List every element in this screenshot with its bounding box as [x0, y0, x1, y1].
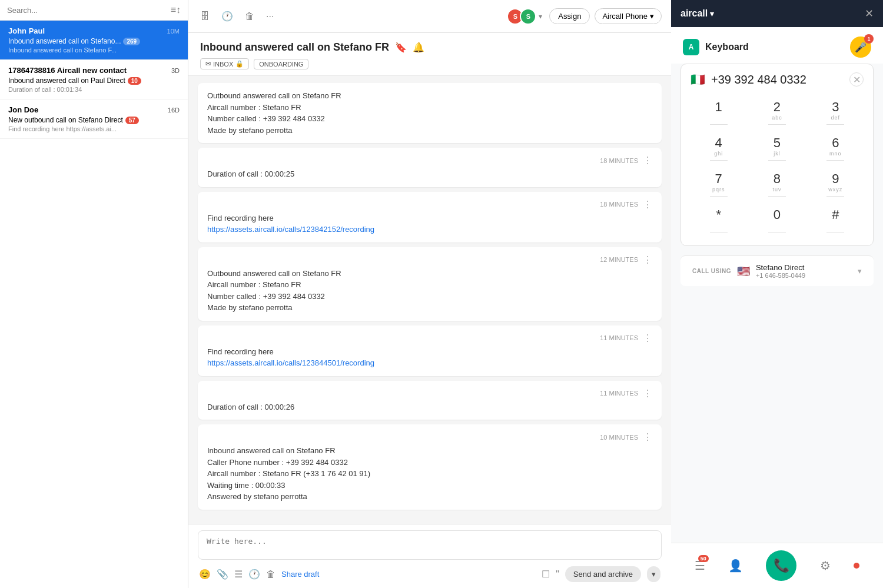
compose-toolbar: 😊 📎 ☰ 🕐 🗑 Share draft ☐ " Send and archi…	[198, 566, 662, 582]
conv-name: 17864738816 Aircall new contact	[8, 66, 127, 75]
message-time: 11 MINUTES	[600, 390, 638, 397]
dialpad-key-hash[interactable]: #	[808, 204, 864, 237]
message-content: Duration of call : 00:00:25	[207, 168, 652, 180]
recording-indicator	[854, 563, 859, 569]
dialpad: 1 2 abc 3 def 4 ghi	[691, 96, 864, 237]
call-using-label: CALL USING	[692, 268, 731, 274]
settings-icon[interactable]: ⚙	[820, 559, 831, 573]
main-toolbar: 🗄 🕐 🗑 ··· S S ▾ Assign Aircall Phone ▾	[188, 0, 671, 33]
aircall-footer: ☰ 50 👤 📞 ⚙	[671, 543, 883, 588]
dialpad-key-1[interactable]: 1	[691, 96, 746, 129]
aircall-title: aircall ▾	[680, 8, 714, 19]
message-content: Find recording here https://assets.airca…	[207, 346, 652, 369]
main-area: 🗄 🕐 🗑 ··· S S ▾ Assign Aircall Phone ▾ I…	[188, 0, 671, 588]
dialpad-key-3[interactable]: 3 def	[808, 96, 864, 129]
conversation-item[interactable]: John Paul 10M Inbound answered call on S…	[0, 21, 188, 60]
aircall-logo: A	[683, 39, 699, 55]
compose-input[interactable]	[198, 530, 662, 560]
keyboard-label: A Keyboard	[683, 39, 749, 55]
checkbox-icon[interactable]: ☐	[542, 569, 550, 580]
dialpad-key-4[interactable]: 4 ghi	[691, 132, 746, 165]
compose-area: 😊 📎 ☰ 🕐 🗑 Share draft ☐ " Send and archi…	[188, 524, 671, 588]
aircall-dropdown-icon: ▾	[650, 12, 654, 21]
aircall-close-button[interactable]: ✕	[865, 7, 874, 20]
mic-badge[interactable]: 🎤 1	[850, 36, 871, 58]
lock-icon: 🔒	[235, 60, 244, 68]
dialpad-key-7[interactable]: 7 pqrs	[691, 168, 746, 201]
message-time: 12 MINUTES	[600, 256, 638, 263]
dialpad-key-5[interactable]: 5 jkl	[749, 132, 805, 165]
message-menu-icon[interactable]: ⋮	[643, 431, 652, 443]
message-content: Outbound answered call on Stefano FR Air…	[207, 268, 652, 314]
conv-name: John Paul	[8, 26, 45, 35]
clock-icon[interactable]: 🕐	[248, 569, 260, 580]
recording-link[interactable]: https://assets.aircall.io/calls/12384215…	[207, 225, 374, 234]
checklist-icon[interactable]: ☰	[234, 569, 243, 580]
search-input[interactable]	[7, 6, 171, 15]
message-card: 18 MINUTES ⋮ Find recording here https:/…	[198, 192, 662, 242]
dialpad-key-8[interactable]: 8 tuv	[749, 168, 805, 201]
trash-icon[interactable]: 🗑	[243, 9, 257, 24]
dialpad-key-0[interactable]: 0	[749, 204, 805, 237]
message-time: 11 MINUTES	[600, 334, 638, 341]
contacts-icon[interactable]: 👤	[728, 559, 743, 573]
phone-input-area: 🇮🇹 +39 392 484 0332 ✕ 1 2 abc 3	[680, 64, 874, 246]
message-menu-icon[interactable]: ⋮	[643, 254, 652, 265]
call-using-section: CALL USING 🇺🇸 Stefano Direct +1 646-585-…	[680, 255, 874, 286]
call-destination: Stefano Direct +1 646-585-0449	[756, 263, 852, 279]
send-archive-button[interactable]: Send and archive	[565, 566, 641, 582]
conv-name: Jon Doe	[8, 105, 38, 114]
emoji-icon[interactable]: 😊	[199, 569, 211, 580]
assign-button[interactable]: Assign	[549, 8, 590, 24]
clear-input-button[interactable]: ✕	[849, 72, 864, 87]
dialpad-key-star[interactable]: *	[691, 204, 746, 237]
avatar: S	[520, 8, 536, 25]
message-menu-icon[interactable]: ⋮	[643, 199, 652, 210]
aircall-phone-button[interactable]: Aircall Phone ▾	[595, 8, 662, 24]
message-header: 18 MINUTES ⋮	[207, 199, 652, 210]
us-flag-icon: 🇺🇸	[737, 265, 750, 278]
message-content: Find recording here https://assets.airca…	[207, 212, 652, 235]
dialpad-key-9[interactable]: 9 wxyz	[808, 168, 864, 201]
avatar-dropdown-icon[interactable]: ▾	[536, 10, 545, 23]
conv-subject: Inbound answered call on Paul Direct 10	[8, 77, 180, 85]
message-header: 18 MINUTES ⋮	[207, 155, 652, 166]
conv-time: 10M	[167, 28, 180, 35]
keyboard-section-header: A Keyboard 🎤 1	[671, 27, 883, 64]
more-icon[interactable]: ···	[264, 9, 276, 24]
share-draft-button[interactable]: Share draft	[281, 570, 319, 579]
attachment-icon[interactable]: 📎	[217, 569, 228, 580]
aircall-dropdown-icon[interactable]: ▾	[710, 9, 714, 18]
conv-preview: Inbound answered call on Stefano F...	[8, 46, 180, 54]
archive-icon[interactable]: 🗄	[198, 9, 212, 24]
conv-preview: Duration of call : 00:01:34	[8, 86, 180, 93]
conversation-item[interactable]: 17864738816 Aircall new contact 3D Inbou…	[0, 60, 188, 99]
call-using-dropdown-icon[interactable]: ▾	[858, 267, 862, 275]
message-menu-icon[interactable]: ⋮	[643, 388, 652, 399]
conv-subject: New outbound call on Stefano Direct 57	[8, 116, 180, 124]
delete-icon[interactable]: 🗑	[266, 569, 275, 580]
message-card: 12 MINUTES ⋮ Outbound answered call on S…	[198, 247, 662, 321]
phone-number-display: +39 392 484 0332	[711, 73, 844, 87]
dialpad-key-6[interactable]: 6 mno	[808, 132, 864, 165]
message-menu-icon[interactable]: ⋮	[643, 333, 652, 344]
call-button[interactable]: 📞	[766, 550, 796, 581]
dialpad-key-2[interactable]: 2 abc	[749, 96, 805, 129]
avatar-group: S S ▾	[507, 8, 545, 25]
more-icon[interactable]: "	[556, 569, 559, 580]
sidebar-header: ≡↕	[0, 0, 188, 21]
send-archive-dropdown[interactable]: ▾	[647, 566, 660, 582]
clock-icon[interactable]: 🕐	[219, 8, 235, 24]
inbox-tag[interactable]: ✉ INBOX 🔒	[200, 58, 249, 69]
bookmark-icon[interactable]: 🔖	[395, 42, 407, 53]
conv-subject: Inbound answered call on Stefano... 269	[8, 37, 180, 45]
conversation-item[interactable]: Jon Doe 16D New outbound call on Stefano…	[0, 99, 188, 139]
sort-icon[interactable]: ≡↕	[171, 5, 181, 15]
recording-link[interactable]: https://assets.aircall.io/calls/12384450…	[207, 358, 374, 367]
message-menu-icon[interactable]: ⋮	[643, 155, 652, 166]
bell-icon[interactable]: 🔔	[413, 42, 424, 53]
conversation-header: Inbound answered call on Stefano FR 🔖 🔔 …	[188, 33, 671, 76]
conversations-icon[interactable]: ☰ 50	[695, 559, 705, 573]
onboarding-tag[interactable]: ONBOARDING	[254, 59, 308, 69]
message-time: 10 MINUTES	[600, 434, 638, 441]
